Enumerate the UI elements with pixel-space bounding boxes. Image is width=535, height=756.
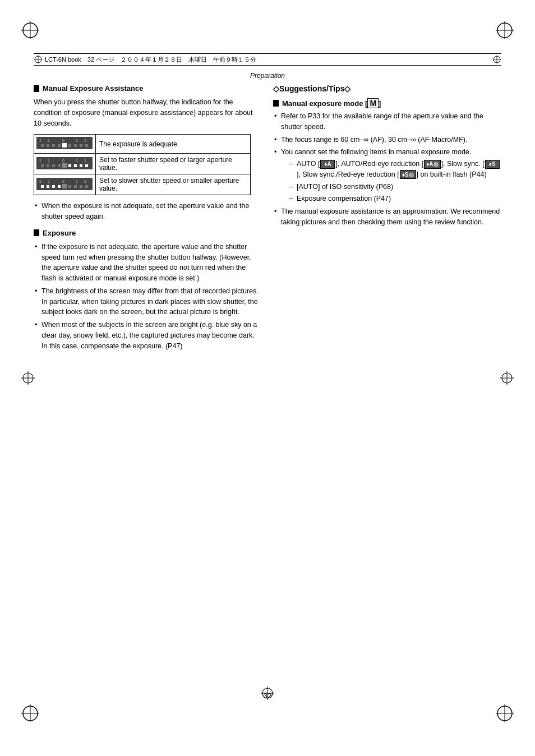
table-cell-bar-slower: 2 1 0 1 2	[34, 174, 96, 195]
svg-rect-47	[80, 164, 82, 167]
svg-rect-53	[62, 163, 67, 168]
table-cell-bar-faster: 2 1 0 1 2	[34, 154, 96, 174]
reg-mark-top-left	[21, 21, 39, 39]
svg-rect-67	[85, 185, 88, 188]
svg-text:2: 2	[39, 139, 41, 142]
table-row: 2 1 0 1 2	[34, 154, 251, 174]
table-row: 2 1 0 1 2	[34, 174, 251, 195]
auto-icon: ♦A	[320, 160, 335, 169]
right-column: ◇Suggestions/Tips◇ Manual exposure mode …	[273, 84, 501, 666]
exposure-bullet-list: If the exposure is not adequate, the ape…	[34, 242, 262, 352]
svg-rect-36	[74, 144, 77, 147]
svg-rect-48	[85, 164, 88, 167]
svg-rect-49	[41, 164, 44, 167]
svg-text:1: 1	[76, 159, 78, 163]
exposure-table: 2 1 0 1 2	[34, 134, 251, 195]
dash-item-1: AUTO [♦A], AUTO/Red-eye reduction [♦A◎],…	[289, 159, 501, 180]
header-reg-mark	[34, 55, 43, 64]
page-title: Preparation	[0, 72, 535, 80]
svg-text:0: 0	[62, 179, 64, 183]
manual-mode-label: Manual exposure mode [M]	[282, 99, 381, 108]
svg-text:2: 2	[84, 139, 86, 142]
manual-bullet-3: You cannot set the following items in ma…	[273, 147, 501, 204]
bar-faster-svg: 2 1 0 1 2	[36, 157, 93, 169]
dash-item-2: [AUTO] of ISO sensitivity (P68)	[289, 182, 501, 192]
svg-text:1: 1	[48, 139, 50, 142]
slow-sync-icon: ♦S	[485, 160, 500, 169]
table-row: 2 1 0 1 2	[34, 135, 251, 154]
header-reg-mark-right	[492, 55, 501, 64]
slow-sync-redeye-icon: ♦S◎	[400, 170, 416, 179]
svg-text:2: 2	[84, 159, 86, 163]
section1-heading: Manual Exposure Assistance	[34, 84, 262, 93]
table-cell-desc-slower: Set to slower shutter speed or smaller a…	[96, 174, 251, 195]
svg-rect-61	[47, 185, 49, 188]
svg-rect-37	[80, 144, 82, 147]
svg-rect-51	[52, 164, 55, 167]
section2-heading: Exposure	[34, 229, 262, 237]
reg-mark-bottom-right	[496, 704, 514, 722]
dash-list: AUTO [♦A], AUTO/Red-eye reduction [♦A◎],…	[281, 159, 501, 204]
reg-mark-mid-left	[21, 371, 35, 385]
svg-rect-35	[68, 144, 71, 147]
svg-rect-32	[47, 144, 49, 147]
svg-rect-65	[74, 185, 77, 188]
svg-rect-52	[58, 164, 61, 167]
svg-text:1: 1	[48, 179, 50, 183]
svg-rect-63	[58, 185, 61, 188]
svg-text:1: 1	[76, 139, 78, 142]
table-note-item: When the exposure is not adequate, set t…	[34, 201, 262, 222]
svg-text:2: 2	[39, 159, 41, 163]
table-cell-desc-faster: Set to faster shutter speed or larger ap…	[96, 154, 251, 174]
header-bar: LCT-6N.book 32 ページ ２００４年１月２９日 木曜日 午前９時１５…	[34, 53, 501, 66]
reg-mark-top-right	[496, 21, 514, 39]
manual-bullet-1: Refer to P33 for the available range of …	[273, 111, 501, 132]
tips-heading: ◇Suggestions/Tips◇	[273, 84, 501, 93]
bar-adequate-svg: 2 1 0 1 2	[36, 137, 93, 149]
left-column: Manual Exposure Assistance When you pres…	[34, 84, 262, 666]
main-content: Manual Exposure Assistance When you pres…	[34, 84, 501, 666]
heading-block-icon	[34, 85, 39, 92]
svg-rect-66	[80, 185, 82, 188]
svg-rect-62	[52, 185, 55, 188]
reg-mark-bottom-left	[21, 704, 39, 722]
svg-text:0: 0	[62, 159, 64, 163]
svg-text:2: 2	[39, 179, 41, 183]
svg-rect-60	[41, 185, 44, 188]
exposure-bullet-1: If the exposure is not adequate, the ape…	[34, 242, 262, 284]
svg-rect-38	[85, 144, 88, 147]
dash-item-3: Exposure compensation (P47)	[289, 193, 501, 204]
svg-rect-45	[68, 164, 71, 167]
auto-redeye-icon: ♦A◎	[424, 160, 440, 169]
svg-rect-46	[74, 164, 77, 167]
svg-rect-34	[58, 144, 61, 147]
exposure-bullet-3: When most of the subjects in the screen …	[34, 320, 262, 351]
svg-text:1: 1	[48, 159, 50, 163]
svg-text:2: 2	[84, 179, 86, 183]
svg-text:1: 1	[76, 179, 78, 183]
reg-mark-mid-right	[500, 371, 514, 385]
bar-slower-svg: 2 1 0 1 2	[36, 178, 93, 190]
svg-rect-31	[41, 144, 44, 147]
svg-rect-64	[68, 185, 71, 188]
table-cell-desc-adequate: The exposure is adequate.	[96, 135, 251, 154]
manual-bullet-4: The manual exposure assistance is an app…	[273, 206, 501, 228]
manual-bullet-2: The focus range is 60 cm–∞ (AF), 30 cm–∞…	[273, 135, 501, 145]
manual-mode-bullet-list: Refer to P33 for the available range of …	[273, 111, 501, 228]
table-cell-bar-adequate: 2 1 0 1 2	[34, 135, 96, 154]
svg-rect-30	[62, 143, 67, 147]
manual-mode-icon: M	[367, 98, 379, 108]
svg-text:0: 0	[62, 139, 64, 142]
svg-rect-50	[47, 164, 49, 167]
exposure-bullet-2: The brightness of the screen may differ …	[34, 286, 262, 317]
sub-heading-block	[273, 100, 279, 107]
svg-rect-68	[62, 184, 67, 188]
table-note-list: When the exposure is not adequate, set t…	[34, 201, 262, 222]
header-text: LCT-6N.book 32 ページ ２００４年１月２９日 木曜日 午前９時１５…	[45, 56, 256, 64]
svg-rect-33	[52, 144, 55, 147]
heading-block-icon2	[34, 229, 39, 236]
reg-mark-bottom-center	[261, 686, 274, 700]
section1-body: When you press the shutter button halfwa…	[34, 97, 262, 128]
manual-mode-heading: Manual exposure mode [M]	[273, 99, 501, 108]
